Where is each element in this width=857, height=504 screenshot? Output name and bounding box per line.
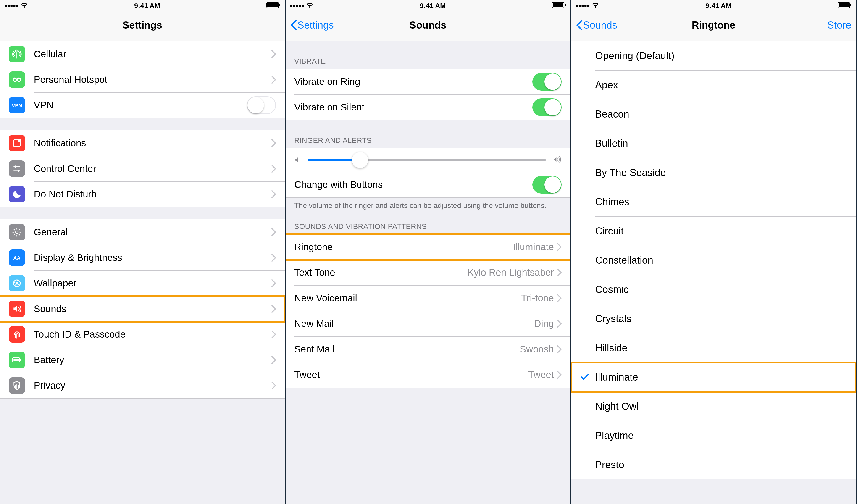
signal-dots-icon: ●●●●● <box>290 2 304 9</box>
settings-row-display[interactable]: AADisplay & Brightness <box>0 245 285 270</box>
settings-row-sounds[interactable]: Sounds <box>0 296 285 322</box>
change-buttons-label: Change with Buttons <box>294 179 532 190</box>
ringtone-row[interactable]: Circuit <box>571 216 856 246</box>
row-vibrate-silent: Vibrate on Silent <box>286 95 570 120</box>
ringtone-label: Beacon <box>595 108 629 120</box>
nav-bar: Settings Sounds <box>286 12 570 41</box>
sound-row-ringtone[interactable]: RingtoneIlluminate <box>286 234 570 260</box>
speaker-high-icon <box>553 154 561 166</box>
nav-title: Settings <box>0 19 285 31</box>
svg-rect-9 <box>14 166 20 167</box>
vibrate-ring-label: Vibrate on Ring <box>294 76 532 87</box>
chevron-right-icon <box>271 305 276 313</box>
battery-icon <box>552 2 566 10</box>
ringtone-row[interactable]: Hillside <box>571 333 856 363</box>
chevron-right-icon <box>271 50 276 58</box>
sound-row-sent-mail[interactable]: Sent MailSwoosh <box>286 336 570 362</box>
vibrate-ring-toggle[interactable] <box>532 73 561 90</box>
settings-row-general[interactable]: General <box>0 219 285 245</box>
chevron-right-icon <box>271 165 276 172</box>
svg-rect-2 <box>279 4 280 6</box>
svg-point-3 <box>13 78 17 82</box>
settings-row-hotspot[interactable]: Personal Hotspot <box>0 67 285 93</box>
row-label: Ringtone <box>294 241 513 252</box>
back-label: Settings <box>298 19 334 31</box>
ringtone-row[interactable]: Bulletin <box>571 129 856 158</box>
ringtone-row[interactable]: Chimes <box>571 187 856 216</box>
sound-row-new-voicemail[interactable]: New VoicemailTri-tone <box>286 285 570 311</box>
sound-row-new-mail[interactable]: New MailDing <box>286 311 570 336</box>
ringtone-label: Crystals <box>595 313 632 324</box>
chevron-right-icon <box>271 76 276 84</box>
settings-row-privacy[interactable]: Privacy <box>0 373 285 398</box>
display-icon: AA <box>9 250 25 266</box>
ringtone-label: Illuminate <box>595 371 638 383</box>
ringtone-row[interactable]: Beacon <box>571 100 856 129</box>
back-button[interactable]: Sounds <box>576 19 617 31</box>
chevron-right-icon <box>271 190 276 198</box>
ringtone-label: Opening (Default) <box>595 50 674 62</box>
settings-row-wallpaper[interactable]: Wallpaper <box>0 270 285 296</box>
status-bar: ●●●●● 9:41 AM <box>286 0 570 12</box>
volume-slider[interactable] <box>307 159 546 161</box>
change-buttons-toggle[interactable] <box>532 176 561 194</box>
chevron-right-icon <box>557 243 561 251</box>
settings-row-vpn[interactable]: VPNVPN <box>0 93 285 118</box>
chevron-right-icon <box>271 382 276 389</box>
ringtone-row[interactable]: Apex <box>571 70 856 100</box>
row-value: Tweet <box>528 369 554 380</box>
ringtone-label: Hillside <box>595 342 627 354</box>
row-label: New Voicemail <box>294 292 521 304</box>
ringtone-row[interactable]: Presto <box>571 450 856 480</box>
wifi-icon <box>592 2 599 10</box>
svg-rect-23 <box>839 3 849 7</box>
row-label: Cellular <box>34 49 271 60</box>
section-header-ringer: RINGER AND ALERTS <box>286 132 570 148</box>
screen-sounds: ●●●●● 9:41 AM Settings Sounds VIBRATE Vi… <box>286 0 571 504</box>
row-value: Swoosh <box>520 344 554 355</box>
section-header-patterns: SOUNDS AND VIBRATION PATTERNS <box>286 218 570 234</box>
status-time: 9:41 AM <box>420 2 446 10</box>
store-button[interactable]: Store <box>827 19 851 31</box>
back-button[interactable]: Settings <box>290 19 334 31</box>
row-label: Tweet <box>294 369 528 380</box>
status-bar: ●●●●● 9:41 AM <box>571 0 856 12</box>
speaker-low-icon <box>294 154 301 166</box>
sound-row-text-tone[interactable]: Text ToneKylo Ren Lightsaber <box>286 260 570 285</box>
ringtone-label: Night Owl <box>595 401 639 412</box>
chevron-right-icon <box>271 356 276 364</box>
ringtone-row[interactable]: Illuminate <box>571 363 856 392</box>
ringtone-row[interactable]: Constellation <box>571 246 856 275</box>
ringtone-row[interactable]: Night Owl <box>571 392 856 421</box>
svg-text:AA: AA <box>13 255 20 261</box>
settings-row-battery[interactable]: Battery <box>0 347 285 373</box>
svg-rect-17 <box>14 359 19 362</box>
row-value: Tri-tone <box>521 292 554 304</box>
ringtone-row[interactable]: Cosmic <box>571 275 856 304</box>
settings-row-dnd[interactable]: Do Not Disturb <box>0 182 285 207</box>
screen-settings: ●●●●● 9:41 AM Settings CellularPersonal … <box>0 0 286 504</box>
nav-bar: Settings <box>0 12 285 41</box>
svg-text:VPN: VPN <box>12 103 22 108</box>
row-value: Ding <box>534 318 554 329</box>
sound-row-tweet[interactable]: TweetTweet <box>286 362 570 388</box>
vibrate-silent-toggle[interactable] <box>532 98 561 116</box>
sounds-icon <box>9 301 25 317</box>
settings-row-touchid[interactable]: Touch ID & Passcode <box>0 322 285 347</box>
ringtone-row[interactable]: Playtime <box>571 421 856 450</box>
settings-row-controlcenter[interactable]: Control Center <box>0 156 285 182</box>
ringtone-label: Cosmic <box>595 284 629 295</box>
ringtone-label: Circuit <box>595 225 624 237</box>
ringtone-row[interactable]: By The Seaside <box>571 158 856 187</box>
settings-row-notifications[interactable]: Notifications <box>0 130 285 156</box>
svg-point-4 <box>17 78 21 82</box>
settings-row-cellular[interactable]: Cellular <box>0 41 285 67</box>
vpn-toggle[interactable] <box>247 96 276 114</box>
back-label: Sounds <box>583 19 617 31</box>
wifi-icon <box>306 2 314 10</box>
row-value: Illuminate <box>513 241 554 252</box>
ringtone-row[interactable]: Opening (Default) <box>571 41 856 70</box>
ringtone-row[interactable]: Crystals <box>571 304 856 333</box>
row-label: Notifications <box>34 138 271 149</box>
chevron-right-icon <box>271 280 276 287</box>
